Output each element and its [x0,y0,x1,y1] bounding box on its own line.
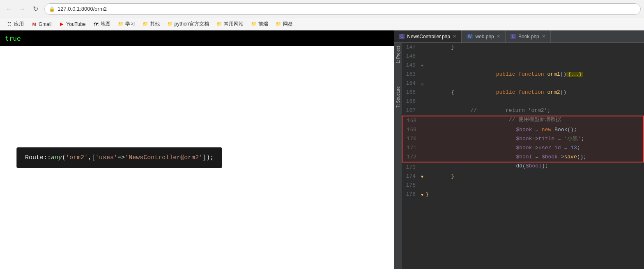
apps-icon: ☷ [7,21,12,27]
sidebar-structure-label[interactable]: 7: Structure [395,83,401,111]
line-code-149: public function orm1(){...} [426,61,644,70]
line-row-148: 148 [402,52,644,61]
bookmark-study[interactable]: 📁 学习 [115,20,138,28]
tab-web-close[interactable]: ✕ [497,34,500,39]
line-row-169: 169 $book->title = '小黑'; [402,125,643,134]
browser-toolbar: ← → ↻ 🔒 127.0.0.1:8000/orm2 [0,0,644,18]
line-number-164: 164 [402,79,419,88]
line-dec-164: ◇ [419,79,426,88]
netdisk-icon: 📁 [276,21,281,27]
study-icon: 📁 [118,21,124,27]
sidebar-project-label[interactable]: 1: Project [395,43,401,67]
forward-button[interactable]: → [16,3,28,15]
line-number-163: 163 [402,70,419,79]
line-dec-166 [419,97,426,106]
line-code-167: // 使用模型新增数据 [426,106,644,115]
line-number-175: 175 [402,181,419,190]
bookmark-common[interactable]: 📁 常用网站 [213,20,247,28]
web-icon: W [467,34,473,39]
line-dec-149[interactable]: + [419,61,426,70]
line-row-165: 165 { [402,88,644,97]
bookmark-frontend-label: 前端 [258,21,268,28]
line-dec-173 [419,163,426,172]
bookmark-other[interactable]: 📁 其他 [139,20,163,28]
output-value: true [5,35,21,42]
tab-web[interactable]: W web.php ✕ [462,30,506,42]
line-dec-167 [419,106,426,115]
ide-body: 1: Project 7: Structure 147 } 148 [394,43,644,269]
tab-book[interactable]: C Book.php ✕ [506,30,551,42]
line-number-166: 166 [402,97,419,106]
bookmark-youtube[interactable]: ▶ YouTube [55,21,89,28]
code-editor: 147 } 148 149 + [402,43,644,269]
line-number-149: 149 [402,61,419,70]
bookmark-other-label: 其他 [150,21,160,28]
line-number-165: 165 [402,88,419,97]
line-code-166: // return 'orm2'; [426,97,644,106]
line-row-174: 174 ▼ } [402,172,644,181]
bookmark-frontend[interactable]: 📁 前端 [248,20,271,28]
line-number-174: 174 [402,172,419,181]
bookmark-apps[interactable]: ☷ 应用 [3,20,27,28]
line-number-148: 148 [402,52,419,61]
frontend-icon: 📁 [251,21,257,27]
line-number-173: 173 [402,163,419,172]
other-icon: 📁 [143,21,148,27]
line-dec-169 [420,125,426,134]
line-row-172: 172 dd($bool); [402,153,643,162]
back-button[interactable]: ← [3,3,15,15]
reload-button[interactable]: ↻ [30,3,41,15]
bookmark-maps[interactable]: 🗺 地图 [90,20,114,28]
address-bar[interactable]: 🔒 127.0.0.1:8000/orm2 [44,3,641,15]
line-number-147: 147 [402,43,419,52]
tab-book-close[interactable]: ✕ [542,34,545,39]
bookmark-common-label: 常用网站 [224,21,244,28]
line-dec-148 [419,52,426,61]
nav-buttons: ← → ↻ [3,3,41,15]
bookmark-youtube-label: YouTube [66,21,85,27]
line-code-164: public function orm2() [426,79,644,88]
common-icon: 📁 [216,21,222,27]
line-row-147: 147 } [402,43,644,52]
line-row-171: 171 $bool = $book->save(); [402,144,643,153]
line-code-175 [426,181,644,190]
line-code-163 [426,70,644,79]
bookmark-gmail[interactable]: M Gmail [28,21,55,28]
url-text: 127.0.0.1:8000/orm2 [58,6,107,12]
line-row-176: 176 ▼ } [402,190,644,199]
tab-newscontroller-close[interactable]: ✕ [453,34,456,39]
line-code-174: } [426,172,644,181]
php-icon: C [399,34,405,39]
line-dec-170 [420,134,426,144]
line-dec-171 [420,144,426,153]
line-row-173: 173 [402,163,644,172]
bookmark-netdisk[interactable]: 📁 网盘 [272,20,296,28]
ide-tabs: C NewsController.php ✕ W web.php ✕ C Boo… [394,30,644,43]
line-dec-176[interactable]: ▼ [419,190,426,199]
line-row-166: 166 // return 'orm2'; [402,97,644,106]
red-highlight-box: 168 $book = new Book(); 169 [402,116,644,162]
tab-newscontroller[interactable]: C NewsController.php ✕ [394,30,462,42]
line-dec-168 [420,116,426,125]
bookmark-maps-label: 地图 [101,21,110,28]
bookmark-python[interactable]: 📁 python官方文档 [164,20,212,28]
line-code-173 [426,163,644,172]
line-dec-174[interactable]: ▼ [419,172,426,181]
bookmark-netdisk-label: 网盘 [283,21,293,28]
line-dec-165 [419,88,426,97]
line-code-148 [426,52,644,61]
book-icon: C [511,34,516,39]
line-code-170: $book->user_id = 13; [426,134,643,144]
bookmark-study-label: 学习 [125,21,135,28]
line-number-176: 176 [402,190,419,199]
page-output-bar: true [0,30,394,46]
line-code-169: $book->title = '小黑'; [426,125,643,134]
line-dec-163 [419,70,426,79]
line-dec-147 [419,43,426,52]
line-row-164: 164 ◇ public function orm2() [402,79,644,88]
ide-sidebar: 1: Project 7: Structure [394,43,402,269]
maps-icon: 🗺 [93,21,99,27]
line-row-149: 149 + public function orm1(){...} [402,61,644,70]
tab-web-label: web.php [475,34,494,39]
line-row-168: 168 $book = new Book(); [402,116,643,125]
